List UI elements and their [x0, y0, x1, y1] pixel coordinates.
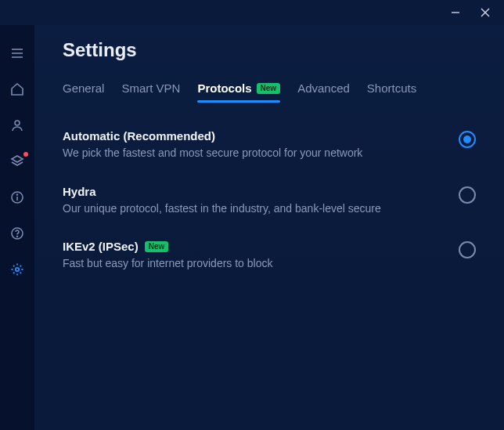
- option-text: IKEv2 (IPSec) New Fast but easy for inte…: [63, 240, 443, 272]
- menu-icon[interactable]: [6, 42, 28, 64]
- svg-point-11: [17, 237, 18, 237]
- option-text: Automatic (Recommended) We pick the fast…: [63, 129, 443, 161]
- tab-label: Advanced: [297, 81, 350, 95]
- tab-advanced[interactable]: Advanced: [297, 81, 350, 103]
- radio-button[interactable]: [459, 131, 476, 148]
- minimize-button[interactable]: [449, 6, 462, 19]
- tab-smart-vpn[interactable]: Smart VPN: [121, 81, 180, 103]
- option-title-text: Hydra: [63, 185, 96, 198]
- home-icon[interactable]: [6, 78, 28, 100]
- settings-tabs: General Smart VPN Protocols New Advanced…: [63, 81, 476, 103]
- radio-button[interactable]: [459, 241, 476, 258]
- notification-dot-icon: [23, 152, 28, 157]
- window-titlebar: [0, 0, 504, 25]
- option-title-text: IKEv2 (IPSec): [63, 240, 139, 253]
- svg-point-9: [17, 194, 18, 195]
- option-text: Hydra Our unique protocol, fastest in th…: [63, 185, 443, 217]
- protocol-option-hydra[interactable]: Hydra Our unique protocol, fastest in th…: [63, 185, 476, 217]
- user-icon[interactable]: [6, 114, 28, 136]
- radio-button[interactable]: [459, 186, 476, 204]
- help-icon[interactable]: [6, 222, 28, 244]
- tab-protocols[interactable]: Protocols New: [197, 81, 280, 103]
- tab-general[interactable]: General: [63, 81, 104, 103]
- svg-point-6: [15, 121, 20, 125]
- main-content: Settings General Smart VPN Protocols New…: [34, 25, 504, 430]
- option-description: Fast but easy for internet providers to …: [63, 256, 443, 272]
- tab-label: Smart VPN: [121, 81, 180, 95]
- protocol-option-ikev2[interactable]: IKEv2 (IPSec) New Fast but easy for inte…: [63, 240, 476, 272]
- option-title: Hydra: [63, 185, 443, 198]
- sidebar: [0, 25, 34, 430]
- option-title: IKEv2 (IPSec) New: [63, 240, 443, 253]
- new-badge: New: [145, 241, 169, 252]
- close-button[interactable]: [479, 6, 491, 19]
- new-badge: New: [257, 83, 281, 94]
- info-icon[interactable]: [6, 186, 28, 208]
- tab-label: Protocols: [197, 81, 251, 95]
- page-title: Settings: [63, 39, 476, 61]
- svg-point-12: [16, 268, 19, 271]
- option-description: Our unique protocol, fastest in the indu…: [63, 201, 443, 217]
- layers-icon[interactable]: [6, 150, 28, 172]
- option-title-text: Automatic (Recommended): [63, 129, 215, 143]
- tab-shortcuts[interactable]: Shortcuts: [367, 81, 416, 103]
- tab-label: General: [63, 81, 104, 95]
- option-description: We pick the fastest and most secure prot…: [63, 146, 443, 161]
- protocol-option-automatic[interactable]: Automatic (Recommended) We pick the fast…: [63, 129, 476, 161]
- tab-label: Shortcuts: [367, 81, 416, 95]
- option-title: Automatic (Recommended): [63, 129, 443, 143]
- settings-icon[interactable]: [6, 258, 28, 280]
